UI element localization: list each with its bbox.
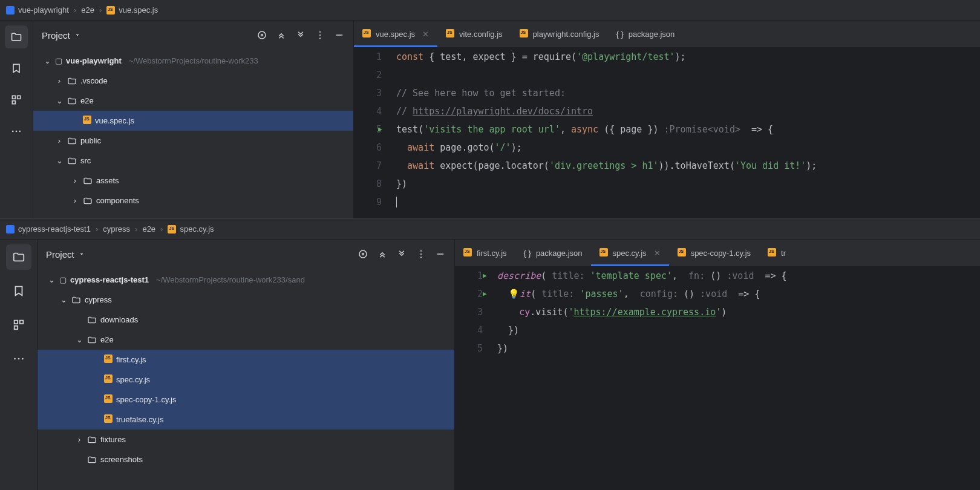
chevron-right-icon: › [55,136,64,145]
code-editor[interactable]: ▶1▶2345 describe( title: 'template spec'… [455,267,980,490]
project-panel: Project ⌄ ▢ cypress-reactjs-test1 ~/Webs… [38,240,455,490]
editor-tab[interactable]: { }package.json [607,21,683,47]
folder-icon [71,295,81,305]
bookmarks-tool-button[interactable] [5,57,28,80]
tree-row[interactable]: spec-copy-1.cy.js [38,390,454,410]
tree-row[interactable]: vue.spec.js [33,111,353,131]
tree-label: first.cy.js [116,355,146,364]
folder-icon [87,435,97,445]
run-gutter-icon[interactable]: ▶ [378,120,382,139]
more-tool-button[interactable] [6,346,31,371]
bookmark-icon [10,62,22,74]
minimize-icon[interactable] [334,30,345,41]
editor-tab[interactable]: tr [759,240,794,266]
close-icon[interactable]: ✕ [422,30,429,39]
tree-row[interactable]: ›components [33,191,353,211]
chevron-down-icon [78,250,85,258]
breadcrumb-item[interactable]: spec.cy.js [168,224,214,234]
settings-icon[interactable] [416,249,426,260]
code-editor[interactable]: 1234▶56789 const { test, expect } = requ… [354,48,980,218]
tree-row[interactable]: ›public [33,131,353,151]
folder-icon: ▢ [59,275,67,284]
editor-tab[interactable]: spec-copy-1.cy.js [669,240,759,266]
editor-tab[interactable]: { }package.json [515,240,591,266]
breadcrumb-item[interactable]: vue-playwright [6,5,69,15]
chevron-right-icon: › [99,5,102,15]
tree-row[interactable]: spec.cy.js [38,370,454,390]
tree-row[interactable]: ›assets [33,171,353,191]
expand-all-icon[interactable] [276,30,287,41]
js-icon [83,116,91,126]
chevron-right-icon: › [135,224,137,234]
tree-row[interactable]: truefalse.cy.js [38,410,454,430]
structure-tool-button[interactable] [5,88,28,111]
tree-row[interactable]: first.cy.js [38,350,454,370]
breadcrumb-item[interactable]: cypress-reactjs-test1 [6,224,91,234]
tree-row[interactable]: ⌄e2e [38,330,454,350]
project-panel-title[interactable]: Project [42,30,252,41]
svg-point-16 [22,358,24,360]
json-icon: { } [616,30,623,39]
code-content[interactable]: describe( title: 'template spec', fn: ()… [497,267,980,490]
tree-label: screenshots [100,455,143,464]
bookmarks-tool-button[interactable] [6,278,31,304]
folder-icon [83,196,93,206]
breadcrumb-top: vue-playwright › e2e › vue.spec.js [0,0,980,21]
editor-area: first.cy.js{ }package.jsonspec.cy.js✕spe… [455,240,980,490]
tree-label: src [80,156,91,165]
editor-tab[interactable]: playwright.config.js [511,21,608,47]
collapse-all-icon[interactable] [295,30,306,41]
settings-icon[interactable] [315,30,325,41]
code-content[interactable]: const { test, expect } = require('@playw… [396,48,980,218]
tree-root[interactable]: ⌄ ▢ vue-playwright ~/WebstormProjects/ro… [33,51,353,71]
project-tool-button[interactable] [6,244,31,270]
select-target-icon[interactable] [358,249,368,260]
tree-row[interactable]: ⌄e2e [33,91,353,111]
tab-label: package.json [536,249,583,258]
svg-rect-13 [14,326,18,330]
tree-row[interactable]: ›.vscode [33,71,353,91]
more-tool-button[interactable] [5,120,28,143]
js-icon [168,225,176,234]
editor-tab[interactable]: vite.config.js [437,21,511,47]
bulb-icon[interactable]: 💡 [508,289,520,299]
svg-point-20 [420,253,422,255]
tree-row[interactable]: downloads [38,310,454,330]
tree-label: .vscode [80,76,108,85]
breadcrumb-item[interactable]: cypress [103,224,130,234]
tree-row[interactable]: ⌄src [33,151,353,171]
svg-point-7 [261,34,263,36]
collapse-all-icon[interactable] [396,249,407,260]
select-target-icon[interactable] [256,30,267,41]
folder-icon [87,315,97,325]
tree-row[interactable]: ›fixtures [38,430,454,449]
tree-row[interactable]: ⌄cypress [38,290,454,310]
close-icon[interactable]: ✕ [654,249,661,258]
folder-icon [10,31,22,43]
chevron-right-icon: › [71,196,79,205]
svg-point-4 [16,131,18,132]
editor-tab[interactable]: spec.cy.js✕ [591,240,669,266]
tab-label: vue.spec.js [376,30,415,39]
run-gutter-icon[interactable]: ▶ [483,267,487,285]
svg-point-17 [359,250,367,258]
editor-tab[interactable]: vue.spec.js✕ [354,21,437,47]
breadcrumb-item[interactable]: e2e [142,224,155,234]
run-gutter-icon[interactable]: ▶ [483,285,487,303]
chevron-down-icon [74,31,81,39]
tree-root[interactable]: ⌄ ▢ cypress-reactjs-test1 ~/WebstormProj… [38,270,454,290]
breadcrumb-item[interactable]: vue.spec.js [106,5,158,15]
project-tool-button[interactable] [5,25,28,48]
expand-all-icon[interactable] [377,249,388,260]
tree-row[interactable]: screenshots [38,449,454,469]
svg-point-9 [319,34,321,36]
breadcrumb-item[interactable]: e2e [81,5,94,15]
svg-rect-2 [12,101,15,104]
svg-rect-1 [18,96,21,99]
minimize-icon[interactable] [435,249,446,260]
project-panel-title[interactable]: Project [46,249,353,260]
tree-label: public [80,136,101,145]
editor-tab[interactable]: first.cy.js [455,240,515,266]
structure-tool-button[interactable] [6,312,31,338]
tab-label: tr [781,249,786,258]
